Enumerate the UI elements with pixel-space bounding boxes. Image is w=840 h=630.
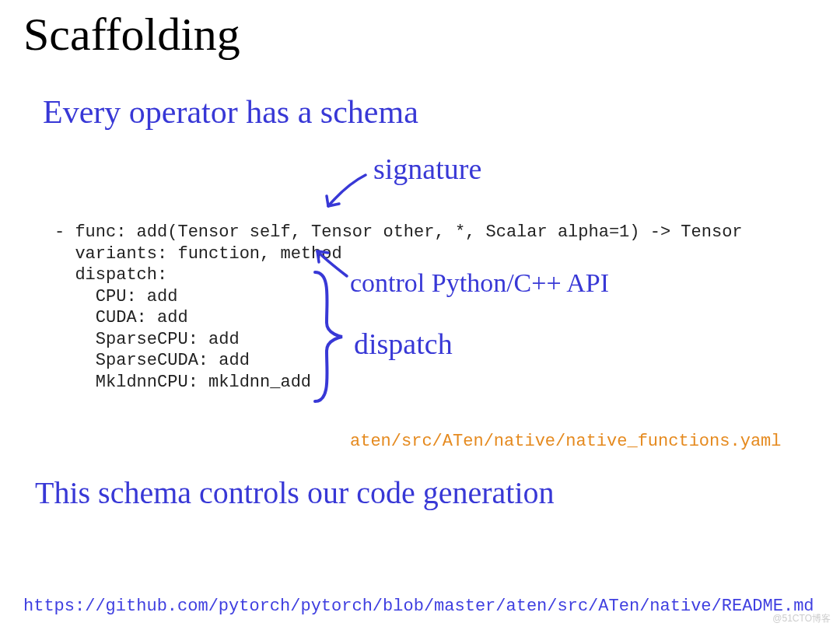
file-path-text: aten/src/ATen/native/native_functions.ya… — [350, 432, 782, 451]
headline-text: Every operator has a schema — [43, 93, 418, 131]
code-snippet: - func: add(Tensor self, Tensor other, *… — [54, 222, 743, 393]
annotation-signature: signature — [373, 152, 481, 186]
arrow-signature-icon — [319, 163, 381, 218]
annotation-control: control Python/C++ API — [350, 268, 609, 298]
annotation-dispatch: dispatch — [354, 327, 453, 361]
github-url: https://github.com/pytorch/pytorch/blob/… — [23, 597, 814, 616]
footer-note: This schema controls our code generation — [35, 474, 555, 511]
watermark-text: @51CTO博客 — [772, 612, 831, 625]
page-title: Scaffolding — [23, 8, 240, 61]
